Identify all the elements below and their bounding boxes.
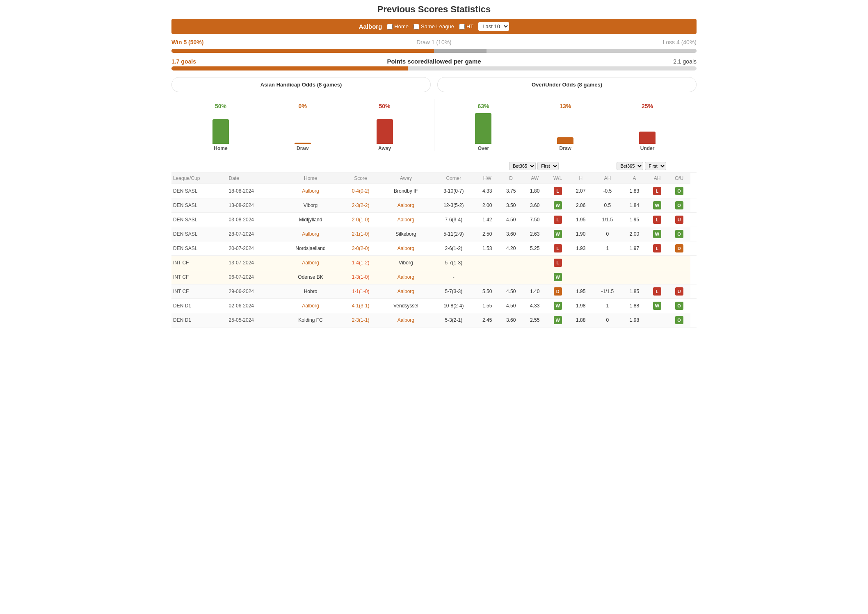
ou-draw: 13% Draw xyxy=(557,103,573,151)
badge-W: W xyxy=(653,230,661,238)
col-ah: AH xyxy=(593,173,622,184)
last-select[interactable]: Last 10 xyxy=(478,22,509,31)
ht-checkbox[interactable] xyxy=(459,24,465,30)
col-score: Score xyxy=(341,173,380,184)
badge-L: L xyxy=(653,244,661,252)
badge-L: L xyxy=(653,287,661,296)
badge-W: W xyxy=(554,273,562,281)
col-corner: Corner xyxy=(432,173,475,184)
goals-fill xyxy=(171,66,408,70)
ah-home: 50% Home xyxy=(212,103,229,151)
badge-D: D xyxy=(675,244,683,252)
col-d: D xyxy=(499,173,523,184)
badge-L: L xyxy=(554,216,562,224)
badge-W: W xyxy=(554,316,562,324)
table-row: DEN SASL13-08-2024Viborg2-3(2-2)Aalborg1… xyxy=(171,198,697,213)
loss-label: Loss 4 (40%) xyxy=(651,39,697,45)
ou-odds-panel: Over/Under Odds (8 games) xyxy=(437,77,697,92)
col-away: Away xyxy=(380,173,432,184)
ah-chart: 50% Home 0% Draw 50% Away xyxy=(171,99,434,151)
table-row: DEN D102-06-2024Aalborg4-1(3-1)Vendsysse… xyxy=(171,299,697,313)
table-row: DEN SASL28-07-2024Aalborg2-1(1-0)Silkebo… xyxy=(171,227,697,241)
badge-L: L xyxy=(554,244,562,252)
ah-odds-panel: Asian Handicap Odds (8 games) xyxy=(171,77,431,92)
badge-L: L xyxy=(653,216,661,224)
ah-away: 50% Away xyxy=(377,103,393,151)
wdl-labels: Win 5 (50%) Draw 1 (10%) Loss 4 (40%) xyxy=(171,37,697,47)
right-goals: 2.1 goals xyxy=(656,58,697,65)
badge-O: O xyxy=(675,230,683,238)
ah-draw: 0% Draw xyxy=(295,103,311,151)
col-date: Date xyxy=(227,173,280,184)
goals-labels: 1.7 goals Points scored/allowed per game… xyxy=(171,58,697,65)
draw-label: Draw 1 (10%) xyxy=(217,39,651,45)
table-row: DEN SASL03-08-2024Midtjylland2-0(1-0)Aal… xyxy=(171,213,697,227)
left-goals: 1.7 goals xyxy=(171,58,212,65)
table-row: DEN SASL18-08-2024Aalborg0-4(0-2)Brondby… xyxy=(171,184,697,198)
col-hw: HW xyxy=(475,173,499,184)
page-title: Previous Scores Statistics xyxy=(171,4,697,15)
first-select-1[interactable]: First xyxy=(537,162,559,170)
scores-table: Bet365 First Bet365 First xyxy=(171,159,697,327)
badge-L: L xyxy=(554,187,562,195)
ou-under: 25% Under xyxy=(639,103,656,151)
home-checkbox[interactable] xyxy=(387,24,393,30)
draw-bar xyxy=(434,49,487,53)
points-label: Points scored/allowed per game xyxy=(212,58,656,65)
badge-U: U xyxy=(675,287,683,296)
col-wl: W/L xyxy=(547,173,569,184)
col-home: Home xyxy=(280,173,341,184)
team-name: Aalborg xyxy=(359,23,382,30)
wdl-bar xyxy=(171,49,697,53)
badge-D: D xyxy=(554,287,562,296)
badge-L: L xyxy=(653,187,661,195)
goals-bar xyxy=(171,66,697,70)
first-select-2[interactable]: First xyxy=(645,162,666,170)
badge-O: O xyxy=(675,302,683,310)
table-row: DEN SASL20-07-2024Nordsjaelland3-0(2-0)A… xyxy=(171,241,697,256)
badge-W: W xyxy=(554,201,562,209)
loss-bar xyxy=(487,49,697,53)
col-a: A xyxy=(622,173,646,184)
badge-L: L xyxy=(554,259,562,267)
col-ah2: AH xyxy=(646,173,668,184)
odds-panels: Asian Handicap Odds (8 games) Over/Under… xyxy=(171,77,697,92)
ou-chart: 63% Over 13% Draw 25% Under xyxy=(434,99,697,151)
ht-filter[interactable]: HT xyxy=(459,23,473,30)
filter-bar: Aalborg Home Same League HT Last 10 xyxy=(171,19,697,34)
table-row: DEN D125-05-2024Kolding FC2-3(1-1)Aalbor… xyxy=(171,313,697,327)
badge-W: W xyxy=(554,302,562,310)
same-league-checkbox[interactable] xyxy=(413,24,419,30)
col-league: League/Cup xyxy=(171,173,227,184)
home-filter[interactable]: Home xyxy=(387,23,409,30)
win-label: Win 5 (50%) xyxy=(171,39,217,45)
badge-U: U xyxy=(675,216,683,224)
win-bar xyxy=(171,49,434,53)
bet365-select-2[interactable]: Bet365 xyxy=(617,162,643,170)
badge-O: O xyxy=(675,201,683,209)
charts-row: 50% Home 0% Draw 50% Away xyxy=(171,99,697,151)
table-row: INT CF29-06-2024Hobro1-1(1-0)Aalborg5-7(… xyxy=(171,284,697,299)
bet365-select-1[interactable]: Bet365 xyxy=(509,162,536,170)
badge-O: O xyxy=(675,187,683,195)
badge-W: W xyxy=(653,302,661,310)
col-h: H xyxy=(569,173,593,184)
ou-over: 63% Over xyxy=(475,103,491,151)
table-row: INT CF13-07-2024Aalborg1-4(1-2)Viborg5-7… xyxy=(171,256,697,270)
badge-W: W xyxy=(554,230,562,238)
table-row: INT CF06-07-2024Odense BK1-3(1-0)Aalborg… xyxy=(171,270,697,284)
same-league-filter[interactable]: Same League xyxy=(413,23,454,30)
col-ou: O/U xyxy=(668,173,690,184)
col-aw: AW xyxy=(523,173,547,184)
badge-W: W xyxy=(653,201,661,209)
badge-O: O xyxy=(675,316,683,324)
